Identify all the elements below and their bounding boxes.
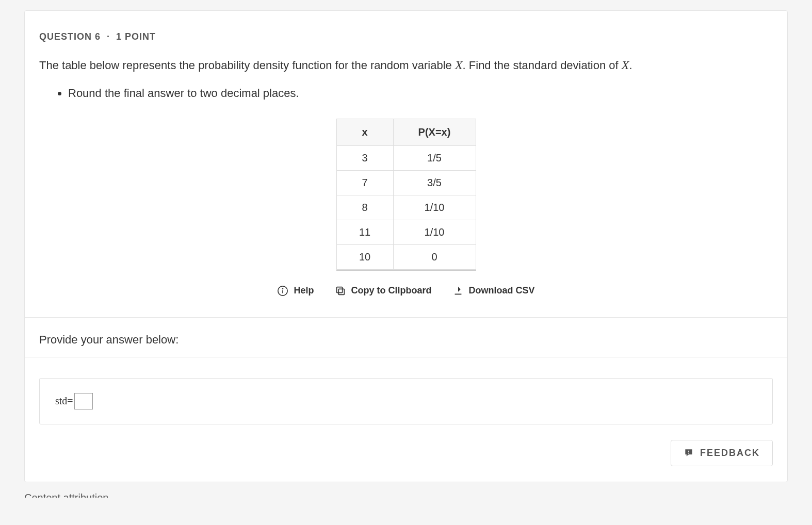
table-row: 7 3/5 — [336, 170, 476, 195]
table-header-p: P(X=x) — [393, 119, 476, 145]
answer-input-box[interactable]: std= — [39, 378, 773, 424]
answer-prompt-section: Provide your answer below: — [25, 317, 787, 357]
download-icon — [452, 285, 464, 297]
svg-rect-7 — [688, 453, 689, 454]
answer-prompt: Provide your answer below: — [39, 333, 773, 347]
std-input[interactable] — [74, 393, 93, 409]
copy-button[interactable]: Copy to Clipboard — [335, 285, 432, 297]
feedback-button[interactable]: FEEDBACK — [671, 440, 773, 466]
svg-rect-6 — [688, 451, 689, 452]
table-row: 8 1/10 — [336, 195, 476, 220]
table-actions: Help Copy to Clipboard Download CSV — [39, 285, 773, 299]
svg-rect-4 — [336, 287, 342, 292]
svg-rect-3 — [338, 289, 344, 294]
copy-icon — [335, 285, 346, 297]
table-row: 10 0 — [336, 244, 476, 269]
content-attribution[interactable]: Content attribution — [24, 490, 788, 498]
instruction-list: Round the final answer to two decimal pl… — [39, 87, 773, 100]
copy-label: Copy to Clipboard — [351, 285, 432, 296]
table-row: 3 1/5 — [336, 145, 476, 170]
question-prompt: The table below represents the probabili… — [39, 57, 773, 74]
feedback-label: FEEDBACK — [700, 448, 760, 458]
download-label: Download CSV — [469, 285, 535, 296]
svg-rect-5 — [454, 293, 461, 294]
svg-point-2 — [283, 288, 283, 289]
separator-dot: · — [107, 31, 110, 42]
answer-prefix: std= — [55, 395, 73, 407]
table-row: 11 1/10 — [336, 220, 476, 244]
probability-table: x P(X=x) 3 1/5 7 3/5 8 1/10 — [336, 119, 476, 270]
help-button[interactable]: Help — [277, 285, 314, 297]
question-card: QUESTION 6 · 1 POINT The table below rep… — [24, 10, 788, 482]
table-header-x: x — [336, 119, 393, 145]
question-points: 1 POINT — [116, 31, 156, 42]
variable-x: X — [455, 58, 463, 72]
question-number: QUESTION 6 — [39, 31, 101, 42]
variable-x: X — [622, 58, 629, 72]
download-button[interactable]: Download CSV — [452, 285, 535, 297]
question-header: QUESTION 6 · 1 POINT — [39, 31, 773, 42]
feedback-icon — [684, 448, 694, 458]
help-label: Help — [294, 285, 314, 296]
instruction-item: Round the final answer to two decimal pl… — [68, 87, 773, 100]
info-icon — [277, 285, 288, 297]
